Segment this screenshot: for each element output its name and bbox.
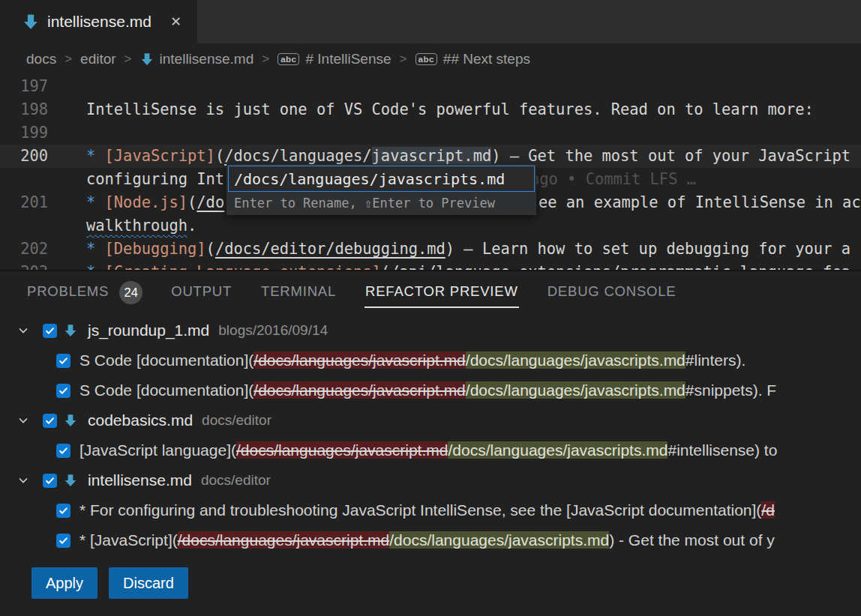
- breadcrumb-item[interactable]: abc## Next steps: [416, 51, 531, 67]
- line-content: * [Node.js](/do: [86, 191, 224, 214]
- breadcrumb-item[interactable]: docs: [26, 51, 56, 67]
- breadcrumb-item[interactable]: intellisense.md: [140, 51, 254, 67]
- panel-tab-label: TERMINAL: [260, 277, 337, 308]
- change-text: [JavaScript language](/docs/languages/ja…: [80, 441, 777, 459]
- breadcrumb-label: # IntelliSense: [305, 51, 391, 67]
- tree-row[interactable]: intellisense.mddocs/editor: [0, 465, 861, 495]
- line-content: configuring Int: [86, 168, 224, 191]
- panel-tab-refactor-preview[interactable]: REFACTOR PREVIEW: [364, 277, 519, 308]
- editor-line[interactable]: 199: [0, 121, 861, 145]
- chevron-down-icon[interactable]: [17, 474, 29, 486]
- bottom-panel: PROBLEMS24OUTPUTTERMINALREFACTOR PREVIEW…: [0, 270, 861, 615]
- editor-line[interactable]: 202* [Debugging](/docs/editor/debugging.…: [0, 238, 861, 261]
- refactor-preview-tree: js_roundup_1.mdblogs/2016/09/14S Code [d…: [0, 314, 861, 555]
- markdown-file-icon: [64, 474, 77, 487]
- chevron-down-icon[interactable]: [17, 324, 29, 336]
- editor-line[interactable]: 197: [0, 75, 861, 98]
- discard-button[interactable]: Discard: [109, 567, 188, 599]
- checkbox-checked[interactable]: [56, 534, 70, 548]
- breadcrumb-separator: >: [262, 52, 269, 67]
- tab-bar: intellisense.md ✕: [0, 0, 861, 43]
- markdown-file-icon: [64, 324, 77, 337]
- tree-row[interactable]: S Code [documentation](/docs/languages/j…: [0, 345, 861, 375]
- panel-tab-label: DEBUG CONSOLE: [547, 277, 677, 308]
- string-symbol-icon: abc: [416, 53, 437, 66]
- chevron-down-icon[interactable]: [17, 414, 29, 426]
- panel-tab-terminal[interactable]: TERMINAL: [260, 277, 337, 308]
- breadcrumb-item[interactable]: editor: [80, 51, 116, 67]
- change-text: * [JavaScript](/docs/languages/javascrip…: [80, 531, 775, 549]
- checkbox-checked[interactable]: [56, 384, 70, 398]
- line-content: * [Debugging](/docs/editor/debugging.md)…: [86, 238, 850, 261]
- panel-tab-bar: PROBLEMS24OUTPUTTERMINALREFACTOR PREVIEW…: [0, 271, 861, 314]
- rename-popup: Enter to Rename, ⇧Enter to Preview: [226, 164, 536, 215]
- breadcrumb-item[interactable]: abc# IntelliSense: [278, 51, 391, 67]
- tree-row[interactable]: codebasics.mddocs/editor: [0, 405, 861, 435]
- panel-tab-problems[interactable]: PROBLEMS24: [26, 277, 142, 308]
- tree-row[interactable]: * For configuring and troubleshooting Ja…: [0, 495, 861, 525]
- refactor-actions: Apply Discard: [32, 567, 861, 599]
- breadcrumb-label: intellisense.md: [160, 51, 254, 67]
- rename-hint: Enter to Rename, ⇧Enter to Preview: [228, 192, 535, 215]
- line-content-fragment: ee an example of IntelliSense in ac: [538, 191, 861, 214]
- change-text: S Code [documentation](/docs/languages/j…: [80, 351, 746, 369]
- checkbox-checked[interactable]: [43, 474, 57, 488]
- markdown-file-icon: [140, 52, 154, 66]
- markdown-file-icon: [64, 414, 77, 427]
- file-name: intellisense.md: [88, 471, 192, 489]
- line-number: 197: [0, 75, 48, 98]
- file-path: docs/editor: [201, 472, 271, 489]
- change-text: * For configuring and troubleshooting Ja…: [80, 501, 775, 519]
- git-blame-annotation: ago • Commit LFS …: [530, 168, 696, 191]
- tree-row[interactable]: js_roundup_1.mdblogs/2016/09/14: [0, 315, 861, 345]
- checkbox-checked[interactable]: [56, 354, 70, 368]
- tree-row[interactable]: [JavaScript language](/docs/languages/ja…: [0, 435, 861, 465]
- breadcrumb-label: ## Next steps: [443, 51, 530, 67]
- line-number: [0, 168, 48, 191]
- line-number: 200: [0, 145, 48, 168]
- checkbox-checked[interactable]: [43, 414, 57, 428]
- editor-line[interactable]: 198IntelliSense is just one of VS Code's…: [0, 98, 861, 121]
- editor[interactable]: 197198IntelliSense is just one of VS Cod…: [0, 75, 861, 270]
- breadcrumb-separator: >: [64, 52, 72, 67]
- tree-row[interactable]: * [JavaScript](/docs/languages/javascrip…: [0, 525, 861, 555]
- line-number: 199: [0, 121, 48, 145]
- checkbox-checked[interactable]: [56, 504, 70, 518]
- problems-count-badge: 24: [119, 281, 142, 304]
- line-number: 202: [0, 238, 48, 261]
- file-name: codebasics.md: [88, 411, 193, 429]
- line-number: 201: [0, 191, 48, 214]
- editor-line[interactable]: walkthrough.: [0, 214, 861, 238]
- panel-tab-label: OUTPUT: [170, 277, 232, 308]
- line-number: [0, 214, 48, 238]
- line-number: 198: [0, 98, 48, 121]
- tree-row[interactable]: S Code [documentation](/docs/languages/j…: [0, 375, 861, 405]
- breadcrumb: docs>editor>intellisense.md>abc# Intelli…: [0, 43, 861, 75]
- tab-title: intellisense.md: [47, 13, 152, 31]
- file-path: docs/editor: [202, 412, 272, 429]
- file-name: js_roundup_1.md: [88, 321, 209, 339]
- panel-tab-label: REFACTOR PREVIEW: [364, 277, 519, 308]
- line-number: 203: [0, 261, 48, 270]
- panel-tab-label: PROBLEMS: [26, 277, 110, 308]
- apply-button[interactable]: Apply: [32, 567, 98, 599]
- rename-input[interactable]: [228, 166, 535, 192]
- line-content: walkthrough.: [86, 214, 196, 238]
- checkbox-checked[interactable]: [43, 324, 57, 338]
- tab-intellisense[interactable]: intellisense.md ✕: [0, 0, 197, 43]
- tab-strip-empty: [197, 0, 861, 43]
- breadcrumb-separator: >: [124, 52, 132, 67]
- close-icon[interactable]: ✕: [170, 13, 182, 30]
- line-content: IntelliSense is just one of VS Code's po…: [86, 98, 814, 121]
- string-symbol-icon: abc: [278, 53, 299, 66]
- panel-tab-output[interactable]: OUTPUT: [170, 277, 232, 308]
- line-content: * [Creating Language extensions](/api/la…: [86, 261, 850, 270]
- breadcrumb-label: editor: [80, 51, 116, 67]
- checkbox-checked[interactable]: [56, 444, 70, 458]
- file-path: blogs/2016/09/14: [218, 322, 328, 339]
- breadcrumb-separator: >: [400, 52, 407, 67]
- markdown-file-icon: [22, 13, 39, 30]
- editor-line[interactable]: 203* [Creating Language extensions](/api…: [0, 261, 861, 270]
- breadcrumb-label: docs: [26, 51, 56, 67]
- panel-tab-debug-console[interactable]: DEBUG CONSOLE: [547, 277, 677, 308]
